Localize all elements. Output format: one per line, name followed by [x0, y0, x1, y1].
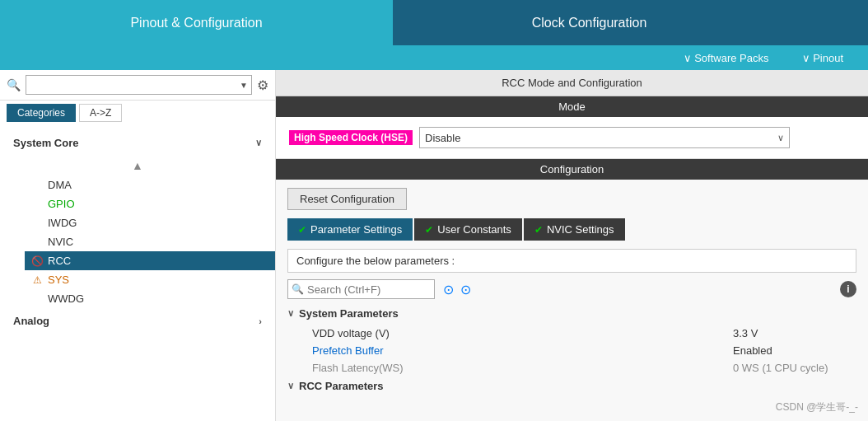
rcc-params-label: RCC Parameters	[299, 380, 384, 392]
nvic-settings-label: NVIC Settings	[547, 223, 614, 236]
param-row-prefetch: Prefetch Buffer Enabled	[287, 342, 856, 359]
sidebar-item-gpio-label: GPIO	[48, 198, 75, 210]
sys-warn-icon: ⚠	[31, 274, 43, 286]
rcc-block-icon: 🚫	[31, 255, 43, 267]
hse-label: High Speed Clock (HSE)	[289, 130, 413, 145]
param-settings-label: Parameter Settings	[310, 223, 402, 236]
reset-configuration-button[interactable]: Reset Configuration	[287, 188, 407, 210]
tab-nvic-settings[interactable]: ✔ NVIC Settings	[524, 218, 625, 241]
sidebar-gear-icon[interactable]: ⚙	[257, 77, 268, 93]
rcc-params-header[interactable]: ∨ RCC Parameters	[287, 380, 856, 392]
sidebar-item-nvic[interactable]: NVIC	[25, 232, 275, 251]
sidebar-search-icon: 🔍	[7, 78, 21, 91]
category-system-core[interactable]: System Core ∨	[0, 130, 275, 156]
pinout-btn[interactable]: ∨ Pinout	[786, 52, 860, 64]
param-flash-name: Flash Latency(WS)	[312, 362, 733, 374]
param-flash-value: 0 WS (1 CPU cycle)	[733, 362, 856, 374]
param-search-icon: 🔍	[292, 283, 304, 295]
divider-icon: ▲	[0, 156, 275, 175]
nvic-check-icon: ✔	[534, 224, 543, 236]
sidebar-items: DMA GPIO IWDG NVIC 🚫	[0, 175, 275, 308]
param-check-icon: ✔	[298, 224, 306, 236]
hse-select[interactable]: Disable ∨	[419, 127, 790, 148]
system-params-header[interactable]: ∨ System Parameters	[287, 307, 856, 320]
param-prefetch-name: Prefetch Buffer	[312, 344, 733, 357]
tab-pinout-label: Pinout & Configuration	[130, 16, 262, 30]
sidebar-item-nvic-label: NVIC	[48, 236, 73, 248]
tab-atoz[interactable]: A->Z	[79, 104, 122, 122]
sidebar-item-sys-label: SYS	[48, 274, 69, 286]
param-search-wrap[interactable]: 🔍	[287, 279, 435, 299]
rcc-title: RCC Mode and Configuration	[276, 70, 868, 96]
system-params-chevron: ∨	[287, 308, 294, 319]
param-vdd-name: VDD voltage (V)	[312, 327, 733, 339]
sidebar-item-rcc[interactable]: 🚫 RCC	[25, 251, 275, 270]
second-row: ∨ Software Packs ∨ Pinout	[0, 45, 868, 70]
tab-clock[interactable]: Clock Configuration	[393, 0, 786, 45]
search-params-row: 🔍 ⊙ ⊙ i	[287, 279, 856, 299]
main-layout: 🔍 ▼ ⚙ Categories A->Z System Core ∨ ▲	[0, 70, 868, 421]
configure-label: Configure the below parameters :	[287, 249, 856, 273]
top-tabs: Pinout & Configuration Clock Configurati…	[0, 0, 868, 45]
rcc-params-chevron: ∨	[287, 381, 294, 391]
sidebar-item-rcc-label: RCC	[48, 255, 71, 267]
param-tabs: ✔ Parameter Settings ✔ User Constants ✔ …	[287, 218, 856, 241]
mode-section: Mode	[276, 96, 868, 117]
user-const-check-icon: ✔	[425, 224, 433, 236]
nav-next-arrow[interactable]: ⊙	[460, 282, 471, 297]
param-row-vdd: VDD voltage (V) 3.3 V	[287, 325, 856, 342]
param-vdd-value: 3.3 V	[733, 327, 856, 339]
sidebar-item-wwdg-label: WWDG	[48, 292, 84, 305]
sidebar-item-dma[interactable]: DMA	[25, 175, 275, 194]
category-system-core-label: System Core	[13, 137, 78, 149]
nav-prev-arrow[interactable]: ⊙	[443, 282, 454, 297]
category-analog[interactable]: Analog ›	[0, 308, 275, 334]
sidebar-item-wwdg[interactable]: WWDG	[25, 289, 275, 308]
hse-select-chevron: ∨	[777, 133, 784, 143]
tab-parameter-settings[interactable]: ✔ Parameter Settings	[287, 218, 413, 241]
tab-categories[interactable]: Categories	[7, 104, 76, 122]
sidebar-content: System Core ∨ ▲ DMA GPIO IWDG	[0, 125, 275, 421]
software-packs-btn[interactable]: ∨ Software Packs	[667, 52, 786, 64]
user-constants-label: User Constants	[437, 223, 511, 236]
analog-chevron: ›	[259, 316, 262, 326]
category-chevron: ∨	[255, 138, 262, 148]
system-params-label: System Parameters	[299, 307, 399, 320]
param-row-flash: Flash Latency(WS) 0 WS (1 CPU cycle)	[287, 359, 856, 377]
sidebar: 🔍 ▼ ⚙ Categories A->Z System Core ∨ ▲	[0, 70, 276, 421]
app-container: Pinout & Configuration Clock Configurati…	[0, 0, 868, 421]
sidebar-item-sys[interactable]: ⚠ SYS	[25, 270, 275, 289]
tab-clock-label: Clock Configuration	[532, 16, 647, 30]
right-panel: RCC Mode and Configuration Mode High Spe…	[276, 70, 868, 421]
sidebar-search-wrap[interactable]: ▼	[26, 75, 252, 95]
tab-user-constants[interactable]: ✔ User Constants	[414, 218, 522, 241]
config-content: Reset Configuration ✔ Parameter Settings…	[276, 180, 868, 421]
sidebar-search-row: 🔍 ▼ ⚙	[0, 70, 275, 101]
sidebar-item-iwdg[interactable]: IWDG	[25, 213, 275, 232]
hse-select-value: Disable	[425, 132, 460, 144]
sidebar-item-iwdg-label: IWDG	[48, 217, 77, 229]
sidebar-item-dma-label: DMA	[48, 179, 72, 191]
sidebar-search-chevron: ▼	[240, 81, 248, 90]
sidebar-tabs: Categories A->Z	[0, 101, 275, 125]
category-analog-label: Analog	[13, 315, 49, 327]
watermark: CSDN @学生哥-_-	[776, 400, 858, 414]
sidebar-search-input[interactable]	[30, 79, 240, 91]
info-icon[interactable]: i	[840, 281, 856, 297]
param-prefetch-value: Enabled	[733, 344, 856, 357]
param-search-input[interactable]	[307, 283, 431, 296]
tab-pinout[interactable]: Pinout & Configuration	[0, 0, 393, 45]
config-section: Configuration	[276, 159, 868, 180]
mode-content: High Speed Clock (HSE) Disable ∨	[276, 117, 868, 159]
nav-arrows: ⊙ ⊙	[443, 282, 471, 297]
sidebar-item-gpio[interactable]: GPIO	[25, 194, 275, 213]
